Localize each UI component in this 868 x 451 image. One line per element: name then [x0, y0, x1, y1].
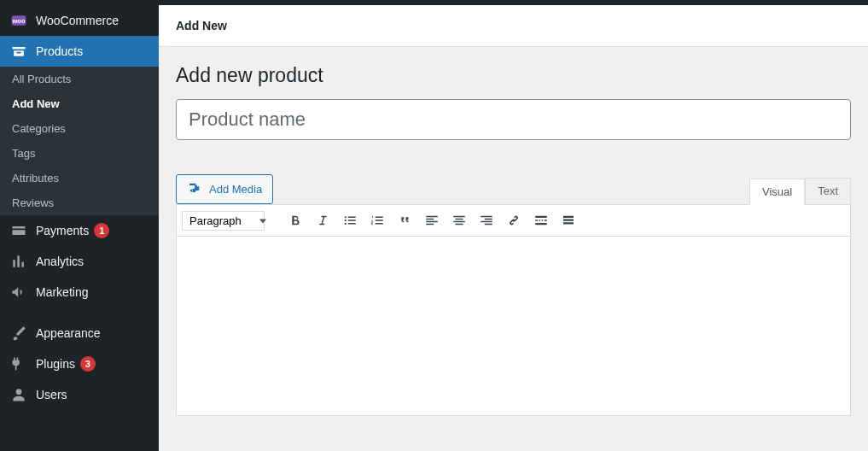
admin-sidebar: woo WooCommerce Products All Products Ad… — [0, 5, 159, 451]
svg-point-3 — [345, 220, 347, 221]
sidebar-label: WooCommerce — [36, 14, 119, 27]
sidebar-item-users[interactable]: Users — [0, 379, 159, 410]
header-title: Add New — [176, 19, 227, 32]
page-title: Add new product — [176, 64, 851, 87]
camera-music-icon — [187, 180, 202, 198]
sidebar-item-marketing[interactable]: Marketing — [0, 277, 159, 308]
badge-count: 3 — [80, 356, 96, 372]
product-name-input[interactable] — [176, 99, 851, 140]
user-icon — [10, 386, 27, 403]
sidebar-sub-tags[interactable]: Tags — [0, 141, 159, 166]
sidebar-submenu-products: All Products Add New Categories Tags Att… — [0, 67, 159, 215]
tab-text[interactable]: Text — [805, 178, 851, 204]
content-header: Add New — [159, 5, 868, 47]
main-content: Add New Add new product Add Media Visual… — [159, 5, 868, 451]
archive-icon — [10, 43, 27, 60]
sidebar-item-analytics[interactable]: Analytics — [0, 246, 159, 277]
editor-content-area[interactable] — [176, 237, 851, 416]
sidebar-label: Analytics — [36, 255, 84, 268]
editor-toolbar: Paragraph — [176, 204, 851, 237]
bullet-list-button[interactable] — [336, 208, 364, 232]
bold-button[interactable] — [282, 208, 309, 232]
sidebar-sub-attributes[interactable]: Attributes — [0, 166, 159, 190]
sidebar-item-plugins[interactable]: Plugins 3 — [0, 348, 159, 379]
link-button[interactable] — [500, 208, 527, 232]
italic-button[interactable] — [309, 208, 336, 232]
sidebar-sub-add-new[interactable]: Add New — [0, 91, 159, 116]
sidebar-sub-reviews[interactable]: Reviews — [0, 190, 159, 215]
align-right-button[interactable] — [473, 208, 500, 232]
align-center-button[interactable] — [446, 208, 473, 232]
plug-icon — [10, 355, 27, 372]
chart-bar-icon — [10, 253, 27, 270]
blockquote-button[interactable] — [391, 208, 418, 232]
svg-point-4 — [345, 223, 347, 225]
credit-card-icon — [10, 222, 27, 239]
sidebar-item-products[interactable]: Products — [0, 36, 159, 67]
svg-text:woo: woo — [12, 17, 26, 25]
sidebar-label: Payments — [36, 224, 89, 237]
read-more-button[interactable] — [527, 208, 555, 232]
sidebar-label: Products — [36, 44, 83, 58]
tab-visual[interactable]: Visual — [749, 179, 805, 205]
sidebar-label: Appearance — [36, 326, 101, 340]
megaphone-icon — [10, 284, 27, 301]
editor-tabs: Visual Text — [749, 178, 851, 204]
woocommerce-icon: woo — [10, 12, 27, 29]
brush-icon — [10, 325, 27, 342]
badge-count: 1 — [94, 223, 109, 238]
sidebar-label: Plugins — [36, 357, 75, 371]
add-media-button[interactable]: Add Media — [176, 174, 273, 204]
sidebar-sub-categories[interactable]: Categories — [0, 116, 159, 141]
align-left-button[interactable] — [418, 208, 446, 232]
sidebar-label: Users — [36, 388, 67, 401]
format-select[interactable]: Paragraph — [182, 211, 265, 231]
sidebar-sub-all-products[interactable]: All Products — [0, 67, 159, 91]
add-media-label: Add Media — [209, 183, 262, 196]
current-arrow-icon — [159, 44, 166, 58]
sidebar-item-appearance[interactable]: Appearance — [0, 318, 159, 348]
svg-point-2 — [345, 216, 347, 218]
sidebar-item-woocommerce[interactable]: woo WooCommerce — [0, 5, 159, 36]
sidebar-item-payments[interactable]: Payments 1 — [0, 215, 159, 246]
sidebar-label: Marketing — [36, 285, 88, 299]
number-list-button[interactable] — [364, 208, 391, 232]
toolbar-toggle-button[interactable] — [555, 208, 582, 232]
